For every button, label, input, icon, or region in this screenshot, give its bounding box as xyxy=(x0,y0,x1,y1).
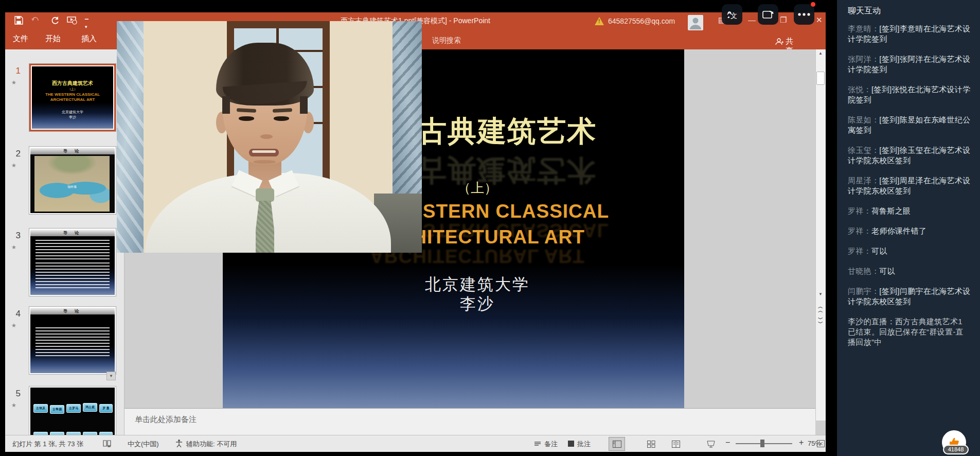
slide-thumbnail-3[interactable]: 导 论 xyxy=(29,229,116,296)
more-options-button[interactable] xyxy=(794,4,814,25)
chat-message: 周星泽：[签到]周星泽在北海艺术设计学院东校区签到 xyxy=(848,176,971,196)
chat-message: 李意晴：[签到]李意晴在北海艺术设计学院签到 xyxy=(848,24,971,44)
thumb5-button: 古罗马 xyxy=(66,404,81,413)
animation-star-icon: ★ xyxy=(11,79,16,86)
animation-star-icon: ★ xyxy=(11,322,16,329)
map-image: 地中海 xyxy=(34,156,110,212)
fit-to-window-icon[interactable] xyxy=(817,440,825,447)
thumb4-text-block xyxy=(35,327,110,356)
chat-message: 张悦：[签到]张悦在北海艺术设计学院签到 xyxy=(848,84,971,105)
svg-text:文: 文 xyxy=(730,12,737,20)
translate-voice-button[interactable]: 文 xyxy=(722,4,742,25)
accessibility-status[interactable]: 辅助功能: 不可用 xyxy=(186,440,237,449)
thumb5-button: 古希腊 xyxy=(50,405,64,414)
thumb1-org: 北京建筑大学 xyxy=(31,110,114,115)
thumb3-text-block xyxy=(35,240,110,260)
thumb1-en1: THE WESTERN CLASSICAL xyxy=(31,92,114,97)
thumb5-button: 拜占庭 xyxy=(83,403,97,412)
chat-message: 闫鹏宇：[签到]闫鹏宇在北海艺术设计学院东校区签到 xyxy=(848,286,971,307)
chat-message: 罗祥：老师你课件错了 xyxy=(848,226,971,236)
thumb-number: 4 xyxy=(9,309,21,319)
comments-toggle[interactable]: 批注 xyxy=(577,440,591,449)
animation-star-icon: ★ xyxy=(11,402,16,409)
thumb1-author: 李沙 xyxy=(31,115,114,120)
slide-counter: 幻灯片 第 1 张, 共 73 张 xyxy=(12,440,83,449)
switch-screen-button[interactable] xyxy=(758,4,778,25)
avatar[interactable] xyxy=(688,15,703,30)
minimize-button[interactable]: — xyxy=(748,15,756,24)
webcam-video xyxy=(117,21,422,253)
warning-icon: ! xyxy=(595,17,604,25)
notes-toggle[interactable]: 备注 xyxy=(544,440,558,449)
tab-file[interactable]: 文件 xyxy=(13,34,28,44)
thumb3-text-block xyxy=(35,262,110,289)
chat-system-message: 李沙的直播：西方古典建筑艺术1 已结束。回放已保存在“群设置-直播回放”中 xyxy=(848,317,971,347)
notes-toggle-icon xyxy=(534,440,541,447)
chat-message: 张阿洋：[签到]张阿洋在北海艺术设计学院签到 xyxy=(848,54,971,75)
thumb-number: 2 xyxy=(9,149,21,159)
status-bar: 幻灯片 第 1 张, 共 73 张 中文(中国) 辅助功能: 不可用 备注 批注 xyxy=(5,435,826,452)
thumb3-header: 导 论 xyxy=(30,230,115,236)
thumb1-title: 西方古典建筑艺术 xyxy=(31,80,114,87)
slide-org: 北京建筑大学 xyxy=(272,274,683,295)
normal-view-button[interactable] xyxy=(609,437,625,451)
share-person-icon xyxy=(775,38,783,46)
spellcheck-icon[interactable] xyxy=(103,439,111,447)
scrollbar-thumb[interactable] xyxy=(816,72,825,85)
thumb1-sub: （上） xyxy=(31,87,114,92)
comments-icon xyxy=(568,441,574,447)
slide-thumbnail-4[interactable]: 导 论 xyxy=(29,307,116,374)
tie xyxy=(256,188,274,202)
slide-thumbnail-2[interactable]: 导 论 地中海 xyxy=(29,147,116,214)
chat-message: 陈昱如：[签到]陈昱如在东峰世纪公寓签到 xyxy=(848,115,971,135)
thumb1-en2: ARCHITECTURAL ART xyxy=(31,97,114,102)
accessibility-icon[interactable] xyxy=(175,439,183,447)
chat-panel: 聊天互动 李意晴：[签到]李意晴在北海艺术设计学院签到 张阿洋：[签到]张阿洋在… xyxy=(837,0,980,456)
thumbnail-scroll-down-button[interactable]: ▼ xyxy=(106,372,116,380)
restore-button[interactable]: ❐ xyxy=(780,15,787,25)
notes-pane[interactable]: 单击此处添加备注 xyxy=(124,408,815,435)
chat-message: 罗祥：可以 xyxy=(848,246,971,256)
chat-message: 徐玉玺：[签到]徐玉玺在北海艺术设计学院东校区签到 xyxy=(848,145,971,166)
desktop: ▔▾ 西方古典建筑艺术1.ppt[兼容模式] - PowerPoint ! 64… xyxy=(0,0,980,456)
map-label: 地中海 xyxy=(34,185,110,189)
thumb5-button: 罗 曼 xyxy=(99,404,113,413)
slideshow-view-button[interactable] xyxy=(703,437,719,451)
zoom-in-button[interactable]: + xyxy=(799,438,804,447)
zoom-slider-thumb[interactable] xyxy=(760,440,764,447)
thumb5-button: 古埃及 xyxy=(33,404,48,413)
slide-author: 李沙 xyxy=(272,293,683,315)
presenter-face xyxy=(216,46,314,169)
thumb4-header: 导 论 xyxy=(30,308,115,314)
notes-placeholder: 单击此处添加备注 xyxy=(135,415,197,425)
tab-home[interactable]: 开始 xyxy=(45,34,61,44)
reading-view-button[interactable] xyxy=(668,437,684,451)
previous-slide-button[interactable]: ︿︿ xyxy=(817,305,824,313)
vertical-scrollbar[interactable] xyxy=(815,49,826,420)
tab-insert[interactable]: 插入 xyxy=(81,34,97,44)
thumb-number: 5 xyxy=(9,389,21,399)
tell-me-search[interactable]: 说明搜索 xyxy=(432,36,461,45)
chat-message: 罗祥：荷鲁斯之眼 xyxy=(848,206,971,216)
close-button[interactable]: ✕ xyxy=(816,15,823,25)
account-email[interactable]: 645827556@qq.com xyxy=(608,17,675,25)
animation-star-icon: ★ xyxy=(11,244,16,251)
language-indicator[interactable]: 中文(中国) xyxy=(128,440,159,449)
animation-star-icon: ★ xyxy=(11,162,16,169)
next-slide-button[interactable]: ﹀﹀ xyxy=(817,317,824,325)
chat-message: 甘晓艳：可以 xyxy=(848,266,971,276)
zoom-out-button[interactable]: − xyxy=(725,438,730,447)
chat-panel-title: 聊天互动 xyxy=(848,6,881,16)
notification-dot xyxy=(811,2,815,7)
thumb-number: 3 xyxy=(9,231,21,241)
scroll-down-icon[interactable]: ▼ xyxy=(815,290,826,299)
chat-message-list[interactable]: 李意晴：[签到]李意晴在北海艺术设计学院签到 张阿洋：[签到]张阿洋在北海艺术设… xyxy=(848,24,971,357)
thumb-number: 1 xyxy=(9,66,21,76)
slide-thumbnail-1[interactable]: 西方古典建筑艺术 （上） THE WESTERN CLASSICAL ARCHI… xyxy=(29,64,116,131)
scroll-up-icon[interactable]: ▲ xyxy=(815,49,826,58)
slide-sorter-view-button[interactable] xyxy=(643,437,660,451)
thumb2-header: 导 论 xyxy=(30,148,115,154)
like-count-badge: 41848 xyxy=(943,445,969,454)
slide-thumbnail-panel: 1 ★ 西方古典建筑艺术 （上） THE WESTERN CLASSICAL A… xyxy=(5,49,124,447)
background-glass-left xyxy=(117,21,144,253)
